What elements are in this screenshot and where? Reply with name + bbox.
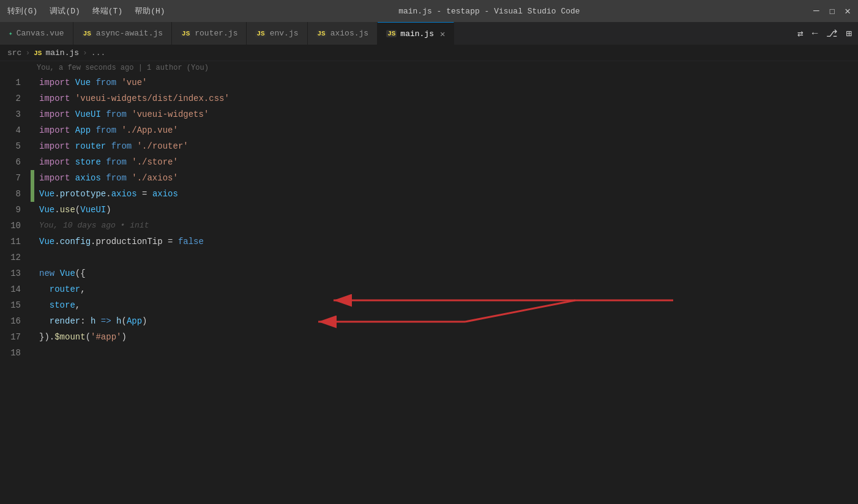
code-content-14: router, <box>39 281 858 297</box>
code-line-18: 18 <box>0 345 858 361</box>
line-number-9: 9 <box>0 205 31 215</box>
close-button[interactable]: ✕ <box>845 5 851 17</box>
line-number-7: 7 <box>0 173 31 183</box>
code-line-13: 13 new Vue({ <box>0 265 858 281</box>
code-line-2: 2 import 'vueui-widgets/dist/index.css' <box>0 91 858 106</box>
tab-close-icon[interactable]: ✕ <box>440 29 445 39</box>
line-number-15: 15 <box>0 300 31 310</box>
code-line-6: 6 import store from './store' <box>0 154 858 170</box>
vue-icon: ✦ <box>9 29 13 37</box>
line-number-4: 4 <box>0 125 31 135</box>
git-blame-header: You, a few seconds ago | 1 author (You) <box>0 61 858 75</box>
code-line-3: 3 import VueUI from 'vueui-widgets' <box>0 106 858 122</box>
code-content-9: Vue.use(VueUI) <box>39 202 858 218</box>
code-area: 1 import Vue from 'vue' 2 import 'vueui-… <box>0 75 858 361</box>
line-number-13: 13 <box>0 269 31 278</box>
menu-debug[interactable]: 调试(D) <box>50 6 80 17</box>
code-content-11: Vue.config.productionTip = false <box>39 234 858 250</box>
breadcrumb-sep1: › <box>25 48 30 57</box>
window-title: main.js - testapp - Visual Studio Code <box>398 7 580 16</box>
code-content-8: Vue.prototype.axios = axios <box>39 186 858 202</box>
tab-label: async-await.js <box>96 29 163 38</box>
code-content-2: import 'vueui-widgets/dist/index.css' <box>39 91 858 106</box>
tab-label: main.js <box>400 29 434 39</box>
line-number-14: 14 <box>0 284 31 294</box>
gutter-7 <box>31 170 34 186</box>
js-icon: JS <box>255 30 266 37</box>
menu-help[interactable]: 帮助(H) <box>135 6 165 17</box>
code-line-12: 12 <box>0 250 858 265</box>
line-number-1: 1 <box>0 78 31 87</box>
tabs-bar: ✦ Canvas.vue JS async-await.js JS router… <box>0 22 858 45</box>
line-number-3: 3 <box>0 109 31 119</box>
code-line-8: 8 Vue.prototype.axios = axios <box>0 186 858 202</box>
line-number-5: 5 <box>0 141 31 151</box>
tab-label: router.js <box>195 29 237 38</box>
code-line-5: 5 import router from './router' <box>0 138 858 154</box>
minimize-button[interactable]: — <box>813 6 819 17</box>
code-content-7: import axios from './axios' <box>39 170 858 186</box>
js-icon: JS <box>316 30 327 37</box>
line-number-18: 18 <box>0 348 31 358</box>
tab-async-await-js[interactable]: JS async-await.js <box>73 22 172 45</box>
code-line-7: 7 import axios from './axios' <box>0 170 858 186</box>
code-content-15: store, <box>39 297 858 313</box>
line-number-12: 12 <box>0 253 31 262</box>
maximize-button[interactable]: ☐ <box>829 5 835 17</box>
code-line-4: 4 import App from './App.vue' <box>0 122 858 138</box>
line-number-2: 2 <box>0 94 31 103</box>
code-content-3: import VueUI from 'vueui-widgets' <box>39 106 858 122</box>
code-line-14: 14 router, <box>0 281 858 297</box>
code-content-10: You, 10 days ago • init <box>39 218 858 234</box>
line-number-6: 6 <box>0 157 31 167</box>
breadcrumb-js-icon: JS <box>34 50 42 57</box>
split-editor-icon[interactable]: ⇄ <box>797 28 804 40</box>
breadcrumb-src[interactable]: src <box>7 48 21 57</box>
menu-terminal[interactable]: 终端(T) <box>92 6 122 17</box>
code-content-1: import Vue from 'vue' <box>39 75 858 91</box>
tab-axios-js[interactable]: JS axios.js <box>308 22 378 45</box>
menu-bar[interactable]: 转到(G) 调试(D) 终端(T) 帮助(H) <box>7 6 165 17</box>
code-line-16: 16 render: h => h(App) <box>0 313 858 329</box>
code-content-17: }).$mount('#app') <box>39 329 858 345</box>
tab-label: axios.js <box>330 29 368 38</box>
code-line-1: 1 import Vue from 'vue' <box>0 75 858 91</box>
code-line-10: 10 You, 10 days ago • init <box>0 218 858 234</box>
tab-label: Canvas.vue <box>17 29 64 38</box>
breadcrumb-sep2: › <box>83 48 88 57</box>
code-line-11: 11 Vue.config.productionTip = false <box>0 234 858 250</box>
source-control-icon[interactable]: ⎇ <box>826 28 837 40</box>
tab-router-js[interactable]: JS router.js <box>172 22 247 45</box>
tab-label: env.js <box>270 29 299 38</box>
breadcrumb: src › JS main.js › ... <box>0 45 858 61</box>
line-number-16: 16 <box>0 316 31 326</box>
code-line-17: 17 }).$mount('#app') <box>0 329 858 345</box>
js-icon: JS <box>386 30 397 37</box>
code-content-6: import store from './store' <box>39 154 858 170</box>
gutter-8 <box>31 186 34 202</box>
line-number-10: 10 <box>0 221 31 231</box>
window-controls[interactable]: — ☐ ✕ <box>813 5 851 17</box>
line-number-11: 11 <box>0 237 31 246</box>
code-line-9: 9 Vue.use(VueUI) <box>0 202 858 218</box>
menu-goto[interactable]: 转到(G) <box>7 6 37 17</box>
js-icon: JS <box>82 30 92 37</box>
breadcrumb-more[interactable]: ... <box>91 48 105 57</box>
code-line-15: 15 store, <box>0 297 858 313</box>
title-bar: 转到(G) 调试(D) 终端(T) 帮助(H) main.js - testap… <box>0 0 858 22</box>
tab-actions: ⇄ ← ⎇ ⊞ <box>791 22 858 45</box>
go-back-icon[interactable]: ← <box>812 28 818 39</box>
line-number-8: 8 <box>0 189 31 199</box>
code-content-4: import App from './App.vue' <box>39 122 858 138</box>
code-content-18 <box>39 345 858 361</box>
tab-main-js[interactable]: JS main.js ✕ <box>378 22 454 45</box>
git-blame-text: You, a few seconds ago | 1 author (You) <box>37 64 209 72</box>
tab-env-js[interactable]: JS env.js <box>247 22 307 45</box>
breadcrumb-file[interactable]: main.js <box>45 48 79 57</box>
tab-canvas-vue[interactable]: ✦ Canvas.vue <box>0 22 73 45</box>
code-content-12 <box>39 250 858 265</box>
layout-icon[interactable]: ⊞ <box>846 28 852 40</box>
line-number-17: 17 <box>0 332 31 342</box>
code-content-13: new Vue({ <box>39 265 858 281</box>
js-icon: JS <box>181 30 191 37</box>
